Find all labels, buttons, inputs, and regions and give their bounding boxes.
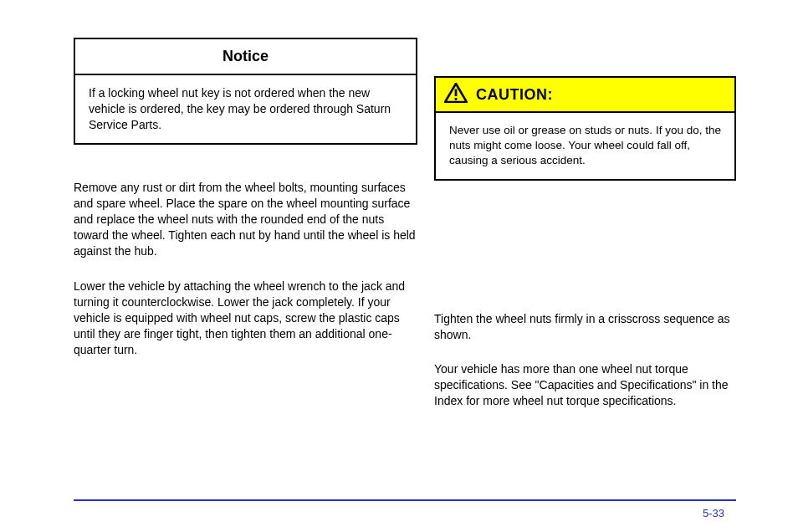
left-paragraph-2: Lower the vehicle by attaching the wheel… [74, 279, 417, 357]
footer-rule [74, 499, 736, 501]
caution-header: CAUTION: [436, 78, 734, 113]
notice-heading: Notice [75, 39, 416, 75]
caution-label: CAUTION: [476, 86, 553, 104]
right-paragraph-2: Your vehicle has more than one wheel nut… [434, 361, 736, 409]
caution-body: Never use oil or grease on studs or nuts… [436, 113, 734, 179]
right-paragraph-1: Tighten the wheel nuts firmly in a criss… [434, 311, 736, 343]
caution-body-text: Never use oil or grease on studs or nuts… [449, 124, 721, 166]
page-number: 5-33 [703, 507, 724, 519]
caution-box: CAUTION: Never use oil or grease on stud… [434, 76, 736, 181]
notice-box: Notice If a locking wheel nut key is not… [74, 38, 417, 145]
svg-rect-1 [455, 90, 458, 97]
notice-body: If a locking wheel nut key is not ordere… [75, 75, 416, 143]
left-paragraph-1: Remove any rust or dirt from the wheel b… [74, 180, 417, 258]
svg-rect-2 [455, 98, 458, 100]
warning-triangle-icon [444, 83, 468, 106]
